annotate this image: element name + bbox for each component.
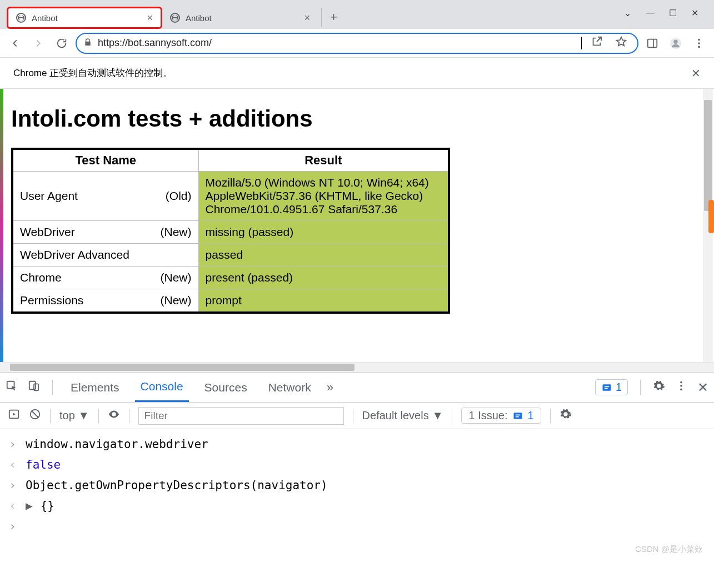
svg-rect-0 xyxy=(648,39,657,47)
address-bar[interactable]: https://bot.sannysoft.com/ xyxy=(76,33,638,54)
test-tag: (New) xyxy=(161,271,192,284)
menu-button[interactable] xyxy=(690,34,708,53)
test-result-cell: Mozilla/5.0 (Windows NT 10.0; Win64; x64… xyxy=(198,172,449,221)
expand-icon[interactable]: ▶ xyxy=(26,499,33,512)
new-tab-button[interactable]: + xyxy=(321,8,340,27)
scrollbar-thumb[interactable] xyxy=(704,100,712,211)
test-result-cell: passed xyxy=(198,244,449,267)
svg-point-4 xyxy=(698,42,700,44)
eye-icon[interactable] xyxy=(108,408,120,423)
close-infobar-button[interactable]: ✕ xyxy=(691,67,701,80)
chevron-down-icon[interactable]: ⌄ xyxy=(624,8,631,18)
kebab-menu-icon[interactable] xyxy=(675,380,687,395)
issues-badge[interactable]: 1 xyxy=(595,379,628,395)
separator xyxy=(50,409,51,423)
share-icon[interactable] xyxy=(587,36,606,51)
watermark: CSDN @是小菜欸 xyxy=(635,544,703,555)
chevron-right-icon xyxy=(9,478,18,492)
back-button[interactable] xyxy=(6,34,24,53)
globe-icon xyxy=(170,13,180,23)
side-panel-icon[interactable] xyxy=(643,34,662,53)
test-tag: (New) xyxy=(161,294,192,307)
page-heading: Intoli.com tests + additions xyxy=(11,105,703,132)
browser-tab-0[interactable]: Antibot × xyxy=(7,7,162,29)
device-toggle-icon[interactable] xyxy=(28,380,40,395)
vertical-scrollbar[interactable] xyxy=(703,89,713,362)
test-name-cell: Chrome(New) xyxy=(12,267,198,289)
test-name-cell: User Agent(Old) xyxy=(12,172,198,221)
star-icon[interactable] xyxy=(612,36,631,51)
test-name: Chrome xyxy=(20,271,62,284)
console-line: Object.getOwnPropertyDescriptors(navigat… xyxy=(9,475,705,495)
page-left-strip xyxy=(0,89,3,362)
console-text: {} xyxy=(41,499,54,512)
chevron-right-icon xyxy=(9,437,18,451)
test-name-cell: WebDriver Advanced xyxy=(12,244,198,267)
more-tabs-icon[interactable]: » xyxy=(327,380,333,395)
settings-icon[interactable] xyxy=(653,380,665,395)
levels-selector[interactable]: Default levels ▼ xyxy=(362,409,443,422)
scrollbar-thumb[interactable] xyxy=(10,364,354,371)
tab-console[interactable]: Console xyxy=(135,373,189,402)
test-name: User Agent xyxy=(20,189,78,203)
chevron-left-icon xyxy=(9,458,18,471)
tab-elements[interactable]: Elements xyxy=(65,373,125,402)
console-text: window.navigator.webdriver xyxy=(26,438,208,451)
tab-title: Antibot xyxy=(32,13,141,23)
lock-icon xyxy=(83,38,92,48)
table-row: Permissions(New)prompt xyxy=(12,289,449,313)
inspect-icon[interactable] xyxy=(6,380,18,395)
test-result-cell: present (passed) xyxy=(198,267,449,289)
test-name: WebDriver Advanced xyxy=(20,248,129,262)
th-result: Result xyxy=(198,149,449,172)
separator xyxy=(353,409,353,423)
console-output[interactable]: window.navigator.webdriverfalseObject.ge… xyxy=(0,429,714,541)
close-window-button[interactable]: ✕ xyxy=(691,8,698,18)
issues-indicator[interactable]: 1 Issue: 1 xyxy=(461,408,541,424)
context-selector[interactable]: top ▼ xyxy=(59,409,89,422)
svg-point-11 xyxy=(680,385,682,387)
play-icon[interactable] xyxy=(8,408,20,423)
reload-button[interactable] xyxy=(52,34,71,53)
separator xyxy=(452,409,452,423)
chevron-down-icon: ▼ xyxy=(432,409,443,422)
tests-table: Test Name Result User Agent(Old)Mozilla/… xyxy=(11,148,450,314)
table-row: WebDriver(New)missing (passed) xyxy=(12,221,449,244)
page-content: Intoli.com tests + additions Test Name R… xyxy=(0,89,714,362)
svg-rect-7 xyxy=(29,381,36,390)
url-text: https://bot.sannysoft.com/ xyxy=(98,37,576,49)
separator xyxy=(550,409,551,423)
chevron-left-icon xyxy=(9,499,18,512)
page-viewport: Intoli.com tests + additions Test Name R… xyxy=(0,89,714,362)
minimize-button[interactable]: — xyxy=(646,8,655,18)
tab-network[interactable]: Network xyxy=(263,373,317,402)
tab-title: Antibot xyxy=(186,13,298,23)
svg-rect-9 xyxy=(602,384,611,391)
test-name-cell: Permissions(New) xyxy=(12,289,198,313)
browser-titlebar: Antibot × Antibot × + ⌄ — ☐ ✕ xyxy=(0,0,714,29)
console-toolbar: top ▼ Default levels ▼ 1 Issue: 1 xyxy=(0,403,714,429)
clear-console-icon[interactable] xyxy=(29,408,41,423)
table-row: Chrome(New)present (passed) xyxy=(12,267,449,289)
svg-point-5 xyxy=(698,46,700,48)
settings-icon[interactable] xyxy=(560,408,572,423)
close-devtools-button[interactable]: ✕ xyxy=(697,380,708,395)
devtools-tabstrip: Elements Console Sources Network » 1 ✕ xyxy=(0,373,714,403)
table-row: WebDriver Advancedpassed xyxy=(12,244,449,267)
tab-sources[interactable]: Sources xyxy=(199,373,253,402)
svg-point-3 xyxy=(698,38,700,41)
console-line: ▶{} xyxy=(9,495,705,516)
profile-icon[interactable] xyxy=(666,34,685,53)
svg-point-10 xyxy=(680,381,682,384)
scrollbar-overlay-indicator xyxy=(708,200,714,233)
browser-tab-1[interactable]: Antibot × xyxy=(162,7,318,29)
maximize-button[interactable]: ☐ xyxy=(669,8,677,18)
close-tab-button[interactable]: × xyxy=(147,12,153,24)
close-tab-button[interactable]: × xyxy=(304,12,310,24)
forward-button[interactable] xyxy=(29,34,48,53)
automation-infobar: Chrome 正受到自动测试软件的控制。 ✕ xyxy=(0,58,714,89)
horizontal-scrollbar[interactable] xyxy=(0,362,714,372)
console-line: false xyxy=(9,454,705,475)
filter-input[interactable] xyxy=(138,407,344,425)
chevron-right-icon xyxy=(9,519,18,533)
